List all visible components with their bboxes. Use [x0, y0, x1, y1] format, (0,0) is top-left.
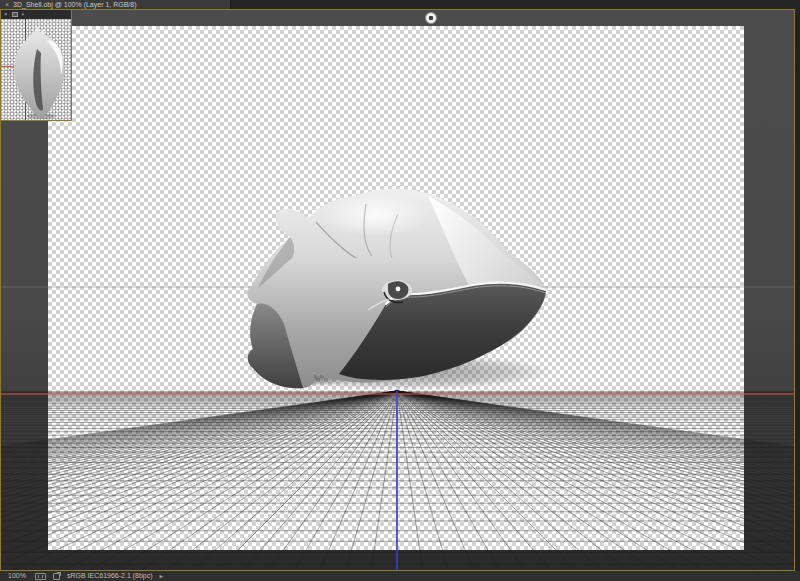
- document-tab-bar: × 3D_Shell.obj @ 100% (Layer 1, RGB/8): [0, 0, 800, 9]
- doc-page-icon[interactable]: [53, 573, 60, 580]
- secondary-view-dropdown-icon[interactable]: ▾: [22, 10, 25, 19]
- document-tab-title: 3D_Shell.obj @ 100% (Layer 1, RGB/8): [13, 0, 136, 9]
- color-profile-label: sRGB IEC61966-2.1 (8bpc): [67, 571, 153, 581]
- pivot-dot: [429, 16, 433, 20]
- secondary-view-close-icon[interactable]: ×: [4, 10, 8, 19]
- secondary-shell-object: [1, 19, 71, 120]
- camera-pivot-icon[interactable]: [425, 12, 437, 24]
- main-3d-viewport[interactable]: × ▾: [0, 9, 795, 571]
- shell-3d-object[interactable]: [247, 189, 554, 390]
- status-menu-arrow[interactable]: ▶: [160, 571, 164, 581]
- document-tab[interactable]: × 3D_Shell.obj @ 100% (Layer 1, RGB/8): [0, 0, 231, 9]
- secondary-view-canvas[interactable]: [1, 19, 71, 120]
- zoom-level-field[interactable]: 100%: [8, 571, 28, 581]
- scene-overlay: [1, 10, 794, 570]
- secondary-view-header[interactable]: × ▾: [1, 10, 71, 19]
- photoshop-window: × 3D_Shell.obj @ 100% (Layer 1, RGB/8): [0, 0, 800, 581]
- doc-box-icon[interactable]: [35, 573, 46, 580]
- tab-close-icon[interactable]: ×: [5, 0, 9, 9]
- secondary-view-panel[interactable]: × ▾: [0, 9, 72, 121]
- status-bar: 100% sRGB IEC61966-2.1 (8bpc) ▶: [0, 571, 800, 581]
- secondary-view-swap-icon[interactable]: [12, 12, 18, 17]
- shell-dome-highlight: [320, 193, 430, 237]
